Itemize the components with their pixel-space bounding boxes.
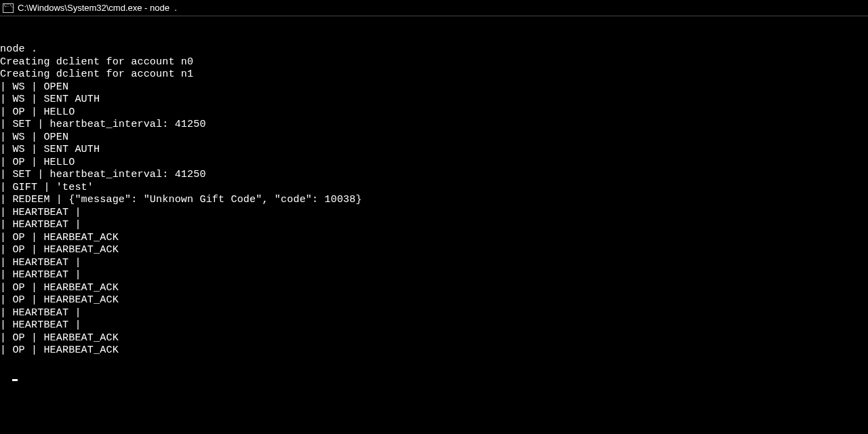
- terminal-line: | HEARTBEAT |: [0, 269, 868, 282]
- cmd-icon: [3, 3, 14, 13]
- terminal-line: | WS | SENT AUTH: [0, 144, 868, 157]
- terminal-line: | REDEEM | {"message": "Unknown Gift Cod…: [0, 194, 868, 207]
- terminal-line: | OP | HELLO: [0, 106, 868, 119]
- terminal-line: | OP | HEARBEAT_ACK: [0, 294, 868, 307]
- terminal-line: | HEARTBEAT |: [0, 307, 868, 320]
- title-bar[interactable]: C:\Windows\System32\cmd.exe - node .: [0, 0, 868, 16]
- terminal-line: node .: [0, 43, 868, 56]
- terminal-line: | SET | heartbeat_interval: 41250: [0, 119, 868, 132]
- terminal-line: | SET | heartbeat_interval: 41250: [0, 169, 868, 182]
- terminal-line: Creating dclient for account n1: [0, 68, 868, 81]
- terminal-line: | HEARTBEAT |: [0, 207, 868, 220]
- terminal-output[interactable]: node .Creating dclient for account n0Cre…: [0, 16, 868, 382]
- terminal-line: | OP | HEARBEAT_ACK: [0, 244, 868, 257]
- terminal-line: | OP | HEARBEAT_ACK: [0, 282, 868, 295]
- terminal-line: | OP | HELLO: [0, 157, 868, 170]
- terminal-line: | OP | HEARBEAT_ACK: [0, 344, 868, 357]
- terminal-line: | HEARTBEAT |: [0, 319, 868, 332]
- terminal-line: | HEARTBEAT |: [0, 257, 868, 270]
- terminal-line: Creating dclient for account n0: [0, 56, 868, 69]
- cursor: [12, 379, 18, 381]
- terminal-line: | OP | HEARBEAT_ACK: [0, 232, 868, 245]
- terminal-line: | OP | HEARBEAT_ACK: [0, 332, 868, 345]
- terminal-line: | GIFT | 'test': [0, 182, 868, 195]
- window-title: C:\Windows\System32\cmd.exe - node .: [18, 3, 177, 13]
- terminal-line: | WS | OPEN: [0, 132, 868, 144]
- terminal-line: | HEARTBEAT |: [0, 219, 868, 232]
- terminal-line: | WS | OPEN: [0, 81, 868, 94]
- terminal-line: | WS | SENT AUTH: [0, 94, 868, 106]
